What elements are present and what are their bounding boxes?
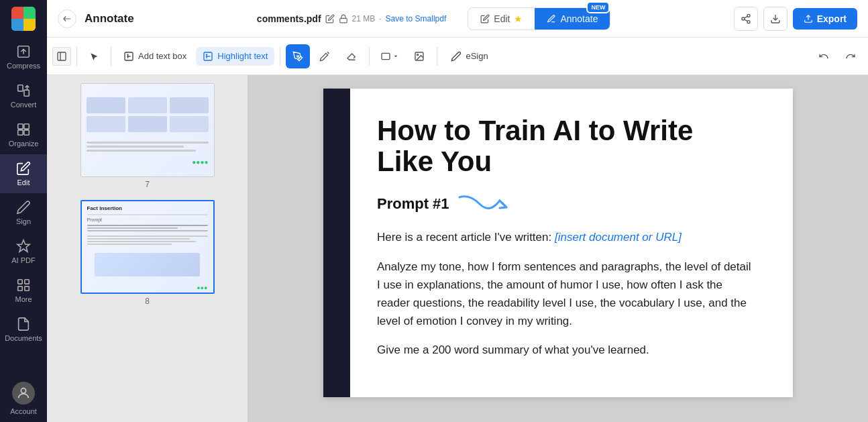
annotation-toolbar: Add text box Highlight text [47,38,868,75]
pencil-button[interactable] [313,44,337,68]
rect-icon [380,51,391,62]
sidebar-item-documents[interactable]: Documents [0,310,47,349]
sidebar-item-more[interactable]: More [0,271,47,310]
sidebar: Compress Convert Organize Edit [0,0,47,422]
thumbnail-page-8[interactable]: Fact Insertion Prompt [80,200,215,306]
new-badge: NEW [586,1,610,13]
header-actions: Export [734,7,857,31]
image-tool-button[interactable] [407,44,431,68]
svg-point-36 [417,54,419,55]
pointer-icon [89,52,99,61]
download-button[interactable] [763,7,788,31]
sidebar-item-compress[interactable]: Compress [0,38,47,76]
shape-tool-button[interactable] [375,47,404,66]
file-info: comments.pdf 21 MB · Save to Smallpdf [257,13,446,24]
pdf-view[interactable]: How to Train AI to Write Like You Prompt… [248,75,868,422]
sidebar-item-edit[interactable]: Edit [0,154,47,193]
redo-icon [845,51,856,62]
save-link[interactable]: Save to Smallpdf [386,14,447,23]
main-panel: Annotate comments.pdf 21 MB · Save to Sm… [47,0,868,422]
mode-tabs: Edit ★ NEW Annotate [468,7,610,30]
ai-icon [16,239,31,254]
svg-rect-3 [24,90,29,96]
sidebar-item-documents-label: Documents [5,334,42,342]
image-icon [414,51,425,62]
svg-rect-34 [382,53,390,59]
upload-icon [804,14,813,23]
thumbnail-page-7[interactable]: ●●●● 7 [80,83,215,189]
draw-pen-button[interactable] [286,44,310,68]
svg-rect-10 [18,280,22,284]
thumbnail-panel: ●●●● 7 Fact Insertion Prompt [47,75,248,422]
sidebar-item-account[interactable]: Account [0,375,47,422]
chevron-down-icon [392,53,399,60]
pencil-icon [319,51,330,62]
pdf-intro-para: Here is a recent article I've written: [… [377,228,753,246]
top-header: Annotate comments.pdf 21 MB · Save to Sm… [47,0,868,38]
pdf-content: How to Train AI to Write Like You Prompt… [377,115,753,360]
sidebar-item-ai-pdf-label: AI PDF [11,256,35,264]
export-button[interactable]: Export [793,8,857,30]
eraser-icon [346,51,357,62]
highlight-text-label: Highlight text [217,51,268,61]
export-label: Export [817,13,847,24]
account-label: Account [10,407,37,415]
svg-rect-2 [18,85,23,91]
toolbar-sep-2 [111,47,111,66]
add-text-box-button[interactable]: Add text box [117,47,193,66]
svg-rect-13 [18,286,22,291]
svg-rect-5 [18,124,23,129]
star-icon: ★ [514,13,523,24]
share-icon [741,13,751,24]
thumb-page-num-8: 8 [145,297,150,306]
documents-icon [16,317,31,331]
thumbnail-frame-7: ●●●● [80,83,215,177]
pointer-tool-button[interactable] [83,48,105,65]
pdf-body: Here is a recent article I've written: [… [377,228,753,359]
svg-rect-11 [25,280,29,284]
tab-edit[interactable]: Edit ★ [468,8,535,30]
svg-point-18 [747,20,750,23]
sidebar-item-ai-pdf[interactable]: AI PDF [0,232,47,271]
svg-line-19 [744,19,747,21]
sidebar-item-convert[interactable]: Convert [0,76,47,115]
svg-marker-9 [17,240,30,252]
pdf-page-sidebar-bar [323,89,350,397]
tab-annotate[interactable]: NEW Annotate [535,8,610,30]
thumbnail-content-8: Fact Insertion Prompt [82,201,213,293]
toolbar-sep-3 [280,47,280,66]
thumbnail-content-7: ●●●● [81,84,214,176]
avatar [12,382,35,405]
edit-filename-icon[interactable] [325,14,335,23]
esign-icon [451,51,462,62]
undo-button[interactable] [812,44,836,68]
file-size-sep: · [379,14,381,23]
share-button[interactable] [734,7,758,31]
sidebar-item-sign[interactable]: Sign [0,193,47,232]
back-button[interactable] [58,9,76,28]
panel-toggle-button[interactable] [52,47,71,66]
lock-icon [339,14,348,23]
esign-button[interactable]: eSign [443,47,496,66]
redo-button[interactable] [838,44,863,68]
tab-annotate-label: Annotate [560,13,598,24]
sign-icon [16,200,31,215]
pdf-insert-link: [insert document or URL] [555,231,682,244]
more-icon [16,278,31,293]
svg-rect-15 [339,18,347,22]
svg-line-20 [744,16,747,18]
sidebar-item-convert-label: Convert [11,101,37,109]
prompt-label: Prompt #1 [377,195,449,213]
svg-point-31 [297,55,299,57]
download-icon [770,13,781,24]
eraser-button[interactable] [339,44,364,68]
sidebar-item-organize[interactable]: Organize [0,115,47,154]
app-logo [0,0,47,38]
draw-pen-icon [292,51,303,62]
page-title: Annotate [85,12,134,25]
highlight-text-button[interactable]: Highlight text [196,47,274,66]
organize-icon [16,122,31,137]
svg-rect-8 [24,130,29,135]
add-text-box-label: Add text box [138,51,186,61]
svg-rect-23 [58,52,66,60]
